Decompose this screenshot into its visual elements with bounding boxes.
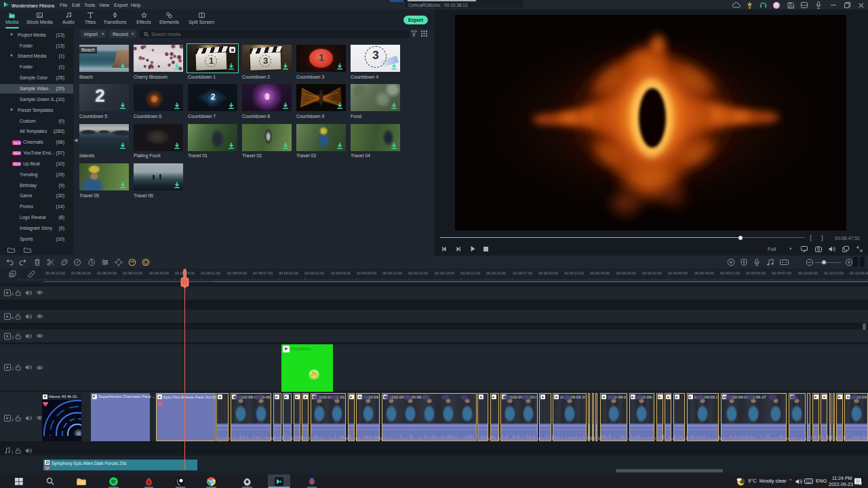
svg-text:5: 5 bbox=[12, 291, 14, 296]
svg-text:1: 1 bbox=[12, 417, 14, 421]
svg-text:2: 2 bbox=[12, 367, 14, 371]
svg-text:3: 3 bbox=[12, 335, 14, 339]
svg-text:1: 1 bbox=[12, 450, 14, 454]
svg-text:4: 4 bbox=[12, 315, 14, 319]
